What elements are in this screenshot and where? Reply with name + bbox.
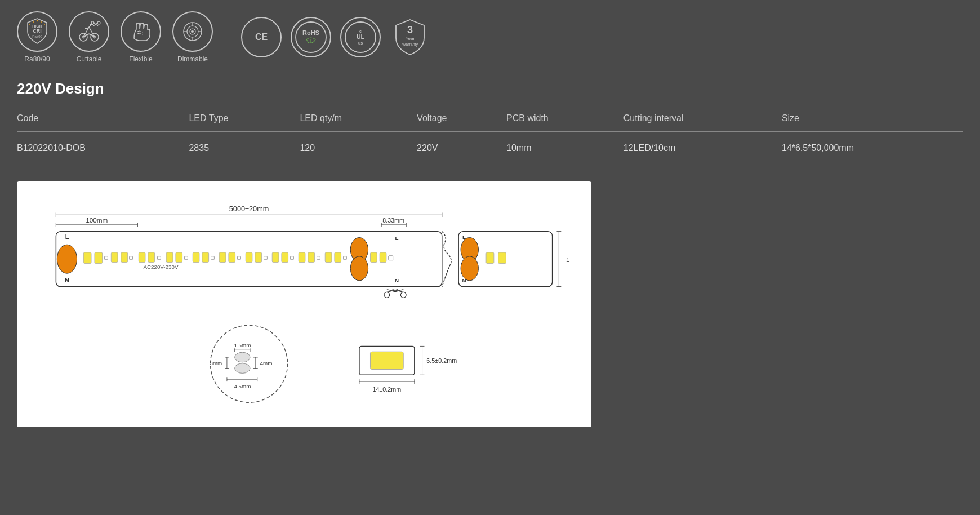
svg-rect-67	[158, 256, 161, 260]
svg-rect-72	[202, 252, 209, 263]
svg-rect-88	[344, 256, 347, 260]
cuttable-circle	[69, 11, 109, 52]
cell-voltage: 220V	[412, 132, 502, 165]
svg-rect-92	[380, 252, 386, 263]
cell-code: B12022010-DOB	[17, 132, 184, 165]
svg-rect-69	[176, 252, 182, 263]
icon-cuttable: Cuttable	[69, 11, 109, 63]
svg-rect-58	[83, 252, 91, 264]
svg-rect-62	[121, 252, 128, 263]
svg-rect-78	[255, 252, 262, 263]
svg-text:6.5±0.2mm: 6.5±0.2mm	[426, 357, 457, 364]
svg-rect-80	[272, 252, 279, 263]
svg-text:N: N	[65, 277, 69, 283]
svg-point-3	[41, 21, 42, 23]
svg-text:L: L	[462, 234, 466, 240]
spec-table: Code LED Type LED qty/m Voltage PCB widt…	[17, 108, 963, 165]
svg-rect-75	[229, 252, 235, 263]
svg-point-55	[57, 245, 77, 273]
svg-text:5000±20mm: 5000±20mm	[229, 205, 269, 213]
svg-rect-93	[389, 256, 393, 260]
diagram-container: 5000±20mm 100mm 8.33mm L N AC220V-230V	[17, 181, 591, 427]
icon-flexible: Flexible	[121, 11, 161, 63]
svg-point-99	[400, 292, 406, 298]
dimmable-icon	[180, 19, 205, 44]
col-led-type: LED Type	[184, 108, 295, 132]
table-row: B12022010-DOB 2835 120 220V 10mm 12LED/1…	[17, 132, 963, 165]
svg-rect-77	[246, 252, 252, 263]
flexible-circle	[121, 11, 161, 52]
svg-rect-79	[264, 256, 268, 260]
high-cri-icon: HIGH CRI Ra≥90	[22, 16, 52, 47]
flexible-icon	[128, 19, 153, 44]
flexible-label: Flexible	[129, 55, 152, 63]
svg-text:N: N	[395, 277, 399, 283]
svg-point-2	[37, 20, 38, 21]
svg-point-115	[235, 363, 250, 374]
svg-text:UL: UL	[357, 33, 365, 40]
svg-rect-73	[211, 256, 215, 260]
svg-text:AC220V-230V: AC220V-230V	[143, 264, 178, 270]
svg-text:N: N	[462, 277, 466, 283]
svg-rect-82	[291, 256, 294, 260]
svg-point-114	[235, 352, 250, 362]
ul-cert: c UL us	[340, 17, 381, 57]
svg-point-96	[384, 292, 390, 298]
svg-text:us: us	[358, 41, 363, 45]
svg-point-6	[29, 24, 30, 25]
svg-point-32	[296, 22, 326, 52]
ce-cert: CE	[241, 17, 282, 57]
svg-text:1.5mm: 1.5mm	[234, 342, 251, 348]
svg-text:4.5mm: 4.5mm	[234, 383, 251, 389]
col-code: Code	[17, 108, 184, 132]
svg-rect-76	[238, 256, 241, 260]
svg-text:c: c	[359, 29, 362, 33]
svg-rect-71	[193, 252, 199, 263]
svg-point-27	[191, 30, 194, 33]
svg-rect-84	[308, 252, 315, 263]
svg-text:Warranty: Warranty	[402, 42, 418, 47]
high-cri-circle: HIGH CRI Ra≥90	[17, 11, 57, 52]
rohs-cert: RoHS	[291, 17, 331, 57]
svg-point-90	[350, 256, 368, 281]
icons-row: HIGH CRI Ra≥90 Ra80/90	[17, 11, 963, 63]
cell-size: 14*6.5*50,000mm	[777, 132, 963, 165]
svg-text:CRI: CRI	[33, 28, 42, 34]
icon-high-cri: HIGH CRI Ra≥90 Ra80/90	[17, 11, 57, 63]
svg-text:14±0.2mm: 14±0.2mm	[566, 256, 569, 263]
svg-rect-60	[105, 256, 108, 260]
svg-text:Ra≥90: Ra≥90	[32, 35, 42, 38]
col-voltage: Voltage	[412, 108, 502, 132]
svg-rect-74	[219, 252, 226, 263]
high-cri-label: Ra80/90	[24, 55, 50, 63]
svg-rect-83	[299, 252, 305, 263]
dimmable-circle	[172, 11, 213, 52]
svg-text:14±0.2mm: 14±0.2mm	[372, 386, 401, 393]
col-cutting-interval: Cutting interval	[619, 108, 777, 132]
col-size: Size	[777, 108, 963, 132]
led-strip-diagram: 5000±20mm 100mm 8.33mm L N AC220V-230V	[39, 198, 569, 408]
svg-rect-66	[148, 252, 155, 263]
cuttable-label: Cuttable	[77, 55, 102, 63]
section-title: 220V Design	[17, 80, 963, 97]
svg-text:L: L	[395, 235, 399, 241]
cuttable-icon	[77, 19, 101, 44]
svg-text:3: 3	[407, 24, 413, 35]
svg-point-4	[33, 21, 34, 23]
cell-led-type: 2835	[184, 132, 295, 165]
svg-rect-133	[370, 352, 403, 369]
svg-rect-63	[130, 256, 133, 260]
warranty-cert: 3 Year Warranty	[390, 17, 430, 57]
svg-rect-86	[325, 252, 332, 263]
svg-text:3mm: 3mm	[210, 360, 222, 366]
svg-rect-70	[185, 256, 188, 260]
col-pcb-width: PCB width	[502, 108, 619, 132]
icon-dimmable: Dimmable	[172, 11, 213, 63]
svg-rect-68	[166, 252, 173, 263]
svg-rect-59	[95, 252, 103, 264]
svg-rect-105	[486, 252, 494, 264]
svg-text:RoHS: RoHS	[302, 29, 319, 36]
svg-text:HIGH: HIGH	[32, 24, 42, 28]
col-led-qty: LED qty/m	[295, 108, 412, 132]
svg-point-5	[44, 24, 45, 25]
